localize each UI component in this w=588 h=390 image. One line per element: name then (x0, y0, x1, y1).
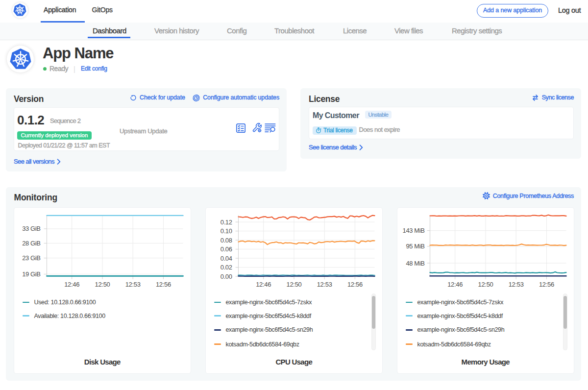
svg-text:12:50: 12:50 (95, 281, 110, 288)
svg-text:28 GiB: 28 GiB (22, 239, 40, 246)
svg-text:12:46: 12:46 (256, 281, 271, 288)
svg-text:0.02: 0.02 (220, 264, 232, 271)
svg-text:12:53: 12:53 (508, 281, 523, 288)
svg-text:12:46: 12:46 (64, 281, 79, 288)
svg-text:33 GiB: 33 GiB (22, 225, 40, 232)
svg-text:143 MiB: 143 MiB (402, 227, 424, 234)
svg-text:12:56: 12:56 (347, 281, 362, 288)
svg-text:12:46: 12:46 (447, 281, 463, 288)
svg-text:19 GiB: 19 GiB (22, 270, 40, 278)
svg-text:12:50: 12:50 (286, 281, 301, 288)
svg-text:12:56: 12:56 (539, 281, 554, 288)
svg-text:0.04: 0.04 (220, 254, 232, 262)
svg-text:12:53: 12:53 (125, 281, 140, 288)
svg-text:0.10: 0.10 (220, 227, 232, 235)
svg-text:95 MiB: 95 MiB (406, 243, 424, 250)
svg-text:12:56: 12:56 (155, 281, 171, 288)
svg-text:12:50: 12:50 (478, 281, 493, 288)
svg-text:0.12: 0.12 (220, 218, 232, 225)
svg-text:0.08: 0.08 (220, 236, 232, 244)
svg-text:12:53: 12:53 (317, 281, 332, 288)
svg-text:0.00: 0.00 (220, 272, 232, 280)
svg-text:23 GiB: 23 GiB (22, 254, 40, 262)
svg-text:0.06: 0.06 (220, 245, 232, 253)
svg-text:48 MiB: 48 MiB (406, 259, 424, 267)
